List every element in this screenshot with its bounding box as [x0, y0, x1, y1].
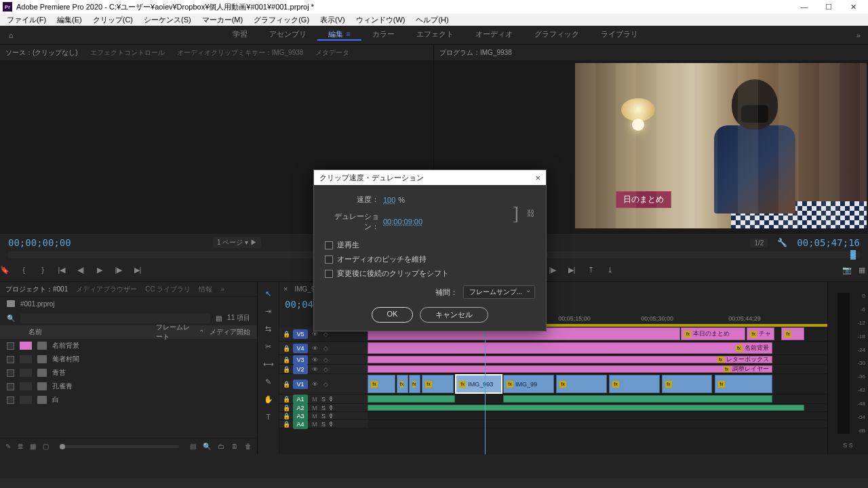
src-goto-in-icon[interactable]: |◀: [57, 265, 66, 274]
list-item[interactable]: 名前背景: [0, 339, 257, 352]
ws-tab-library[interactable]: ライブラリ: [590, 29, 649, 41]
audio-clip[interactable]: [503, 395, 772, 403]
track-label-a1[interactable]: A1: [293, 394, 308, 404]
menu-graphics[interactable]: グラフィック(G): [248, 15, 315, 25]
src-goto-out-icon[interactable]: ▶|: [133, 265, 142, 274]
program-timecode[interactable]: 00;05;47;16: [797, 237, 860, 248]
clip[interactable]: fx: [715, 375, 772, 393]
clip[interactable]: fx: [397, 375, 408, 393]
program-zoom-dd[interactable]: 1/2: [750, 239, 768, 247]
proj-tab-cclib[interactable]: CC ライブラリ: [145, 285, 191, 294]
prog-lift-icon[interactable]: ⤒: [586, 265, 595, 274]
list-item[interactable]: 青苔: [0, 366, 257, 380]
col-media-start[interactable]: メディア開始: [210, 327, 250, 337]
type-tool-icon[interactable]: T: [262, 411, 275, 423]
home-button[interactable]: ⌂: [0, 26, 22, 45]
ws-tab-edit[interactable]: 編集≡: [317, 29, 361, 41]
reverse-checkbox[interactable]: [325, 241, 333, 249]
audio-clip[interactable]: [368, 405, 804, 411]
ok-button[interactable]: OK: [372, 307, 414, 323]
clip-selected[interactable]: fxIMG_993: [456, 375, 502, 393]
clip[interactable]: fx名前背景: [368, 342, 772, 354]
ws-tab-assembly[interactable]: アセンブリ: [258, 29, 317, 41]
src-tab-source[interactable]: ソース：(クリップなし): [5, 48, 78, 58]
prog-wrench-icon[interactable]: 🔧: [777, 238, 787, 247]
meter-solo[interactable]: S S: [828, 442, 868, 449]
ws-tab-audio[interactable]: オーディオ: [465, 29, 524, 41]
link-icon[interactable]: ⛓: [527, 209, 535, 218]
clip[interactable]: fx: [609, 375, 660, 393]
duration-input[interactable]: 00;00;09;00: [383, 218, 422, 226]
audio-clip[interactable]: [368, 395, 455, 403]
selection-tool-icon[interactable]: ↖: [262, 287, 275, 300]
src-out-icon[interactable]: }: [38, 265, 47, 274]
menu-view[interactable]: 表示(V): [315, 15, 351, 25]
prog-step-fwd-icon[interactable]: |▶: [548, 265, 557, 274]
clip[interactable]: fxチャ: [747, 327, 774, 340]
menu-edit[interactable]: 編集(E): [52, 15, 87, 25]
ws-tab-graphics[interactable]: グラフィック: [524, 29, 590, 41]
timeline-close-tab[interactable]: ×: [283, 285, 288, 293]
clip[interactable]: fx: [781, 327, 804, 340]
razor-tool-icon[interactable]: ✂: [262, 340, 275, 352]
prog-tab[interactable]: プログラム：IMG_9938: [439, 48, 512, 58]
slip-tool-icon[interactable]: ⟷: [262, 358, 275, 370]
ws-tab-learn[interactable]: 学習: [222, 29, 258, 41]
col-name[interactable]: 名前: [28, 327, 151, 337]
timeline-playhead[interactable]: [485, 327, 486, 454]
ws-tab-effects[interactable]: エフェクト: [406, 29, 465, 41]
shift-checkbox[interactable]: [325, 270, 333, 278]
track-label-v1[interactable]: V1: [293, 380, 308, 389]
ripple-tool-icon[interactable]: ⇆: [262, 323, 275, 335]
menu-sequence[interactable]: シーケンス(S): [138, 15, 197, 25]
proj-tab-media[interactable]: メディアブラウザー: [76, 285, 137, 294]
source-page-dd[interactable]: 1 ページ ▾ ▶: [213, 237, 261, 248]
new-item-icon[interactable]: ✎: [5, 443, 11, 450]
clip[interactable]: fx: [422, 375, 454, 393]
ws-tab-color[interactable]: カラー: [361, 29, 406, 41]
clip[interactable]: fxIMG_99: [503, 375, 554, 393]
menu-file[interactable]: ファイル(F): [1, 15, 52, 25]
project-search-input[interactable]: [20, 313, 210, 323]
list-item[interactable]: 葡者村間: [0, 352, 257, 366]
clip[interactable]: fx: [662, 375, 713, 393]
list-item[interactable]: 孔雀青: [0, 380, 257, 393]
clip[interactable]: fxレターボックス: [368, 356, 772, 363]
speed-input[interactable]: 100: [383, 196, 395, 204]
project-funnel-icon[interactable]: ▤: [216, 314, 222, 322]
new-item2-icon[interactable]: 🗎: [231, 443, 238, 450]
track-eye-icon[interactable]: 👁: [311, 331, 319, 338]
proj-tab-more[interactable]: »: [220, 285, 224, 293]
src-step-back-icon[interactable]: ◀|: [76, 265, 85, 274]
interp-dropdown[interactable]: フレームサンプ...: [463, 285, 535, 299]
menu-marker[interactable]: マーカー(M): [197, 15, 249, 25]
source-timecode[interactable]: 00;00;00;00: [8, 237, 71, 248]
auto-sequence-icon[interactable]: ▤: [190, 443, 196, 450]
clip[interactable]: fx: [368, 375, 395, 393]
clip[interactable]: fx本日のまとめ: [681, 327, 745, 340]
clip[interactable]: fx: [409, 375, 420, 393]
row-checkbox[interactable]: [7, 342, 14, 350]
new-bin-icon[interactable]: 🗀: [218, 443, 224, 450]
hand-tool-icon[interactable]: ✋: [262, 393, 275, 405]
track-label-v5[interactable]: V5: [293, 329, 308, 339]
prog-compare-icon[interactable]: ▦: [859, 265, 865, 274]
window-close[interactable]: ✕: [841, 0, 865, 14]
proj-tab-project[interactable]: プロジェクト：#001: [5, 285, 68, 294]
pen-tool-icon[interactable]: ✎: [262, 375, 275, 388]
pitch-checkbox[interactable]: [325, 256, 333, 264]
menu-help[interactable]: ヘルプ(H): [410, 15, 454, 25]
find-icon[interactable]: 🔍: [203, 443, 211, 450]
ws-more[interactable]: »: [849, 31, 868, 39]
window-minimize[interactable]: —: [792, 0, 816, 14]
track-label-v3[interactable]: V3: [293, 355, 308, 365]
clip[interactable]: fx調整レイヤー: [368, 365, 772, 373]
prog-extract-icon[interactable]: ⤓: [605, 265, 614, 274]
src-tab-metadata[interactable]: メタデータ: [315, 48, 349, 58]
track-mic-icon[interactable]: 🎙: [328, 396, 334, 403]
freeform-view-icon[interactable]: ▢: [43, 443, 49, 450]
track-label-v2[interactable]: V2: [293, 365, 308, 374]
src-in-icon[interactable]: {: [19, 265, 28, 274]
thumbnail-zoom-slider[interactable]: [60, 445, 179, 448]
src-step-fwd-icon[interactable]: |▶: [114, 265, 123, 274]
